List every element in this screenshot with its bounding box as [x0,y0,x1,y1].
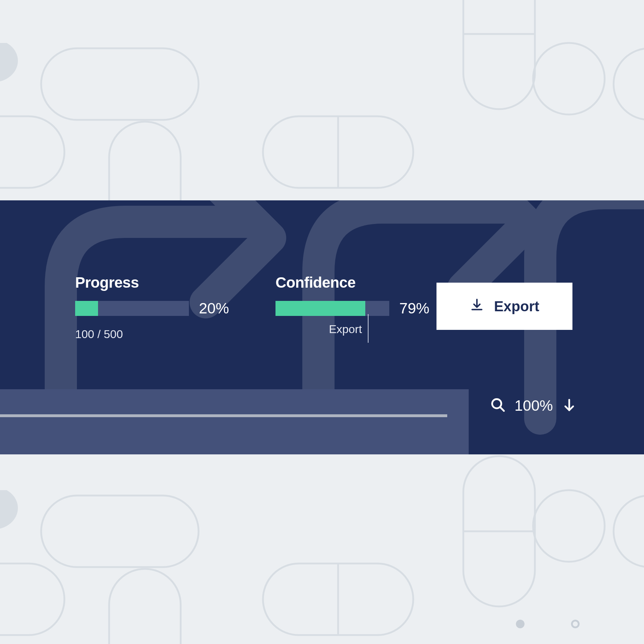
dot-filled[interactable] [516,620,525,628]
confidence-metric: Confidence 79% Export [275,274,429,323]
confidence-marker-line [368,314,369,343]
svg-line-19 [500,407,504,411]
confidence-bar [275,301,389,316]
svg-rect-11 [263,564,413,635]
arrow-down-icon[interactable] [561,397,577,414]
svg-rect-10 [41,496,199,567]
svg-point-15 [533,490,605,562]
zoom-percent: 100% [514,397,553,414]
export-button-label: Export [494,298,540,314]
svg-point-0 [0,43,18,82]
dot-outline[interactable] [571,620,580,628]
progress-title: Progress [75,274,229,291]
progress-percent: 20% [199,300,229,317]
confidence-bar-fill [275,301,365,316]
svg-rect-8 [0,116,64,188]
search-icon[interactable] [490,397,506,414]
status-banner: Progress 20% 100 / 500 Confidence 79% [0,200,644,454]
export-button[interactable]: Export [436,283,572,330]
svg-point-6 [533,43,605,114]
timeline-toolbar[interactable] [0,389,469,454]
svg-rect-1 [41,48,199,120]
svg-rect-7 [614,48,644,120]
progress-bar [75,301,189,316]
confidence-title: Confidence [275,274,429,291]
svg-rect-17 [0,564,64,635]
timeline-track[interactable] [0,414,447,417]
svg-rect-2 [263,116,413,188]
svg-rect-13 [463,456,535,606]
zoom-controls: 100% [490,397,577,414]
progress-bar-fill [75,301,98,316]
progress-count: 100 / 500 [75,328,229,341]
svg-point-9 [0,490,18,530]
svg-rect-4 [463,0,535,109]
download-icon [470,298,484,315]
confidence-percent: 79% [399,300,429,317]
svg-rect-16 [614,496,644,567]
pagination-dots [516,620,580,628]
progress-metric: Progress 20% 100 / 500 [75,274,229,341]
confidence-tooltip-label: Export [329,323,367,336]
